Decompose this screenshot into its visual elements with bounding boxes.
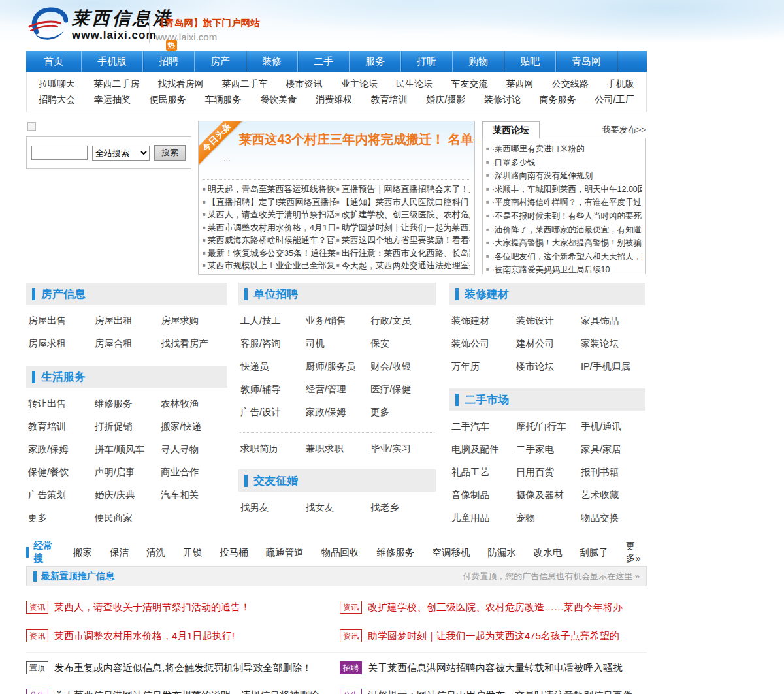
hotsearch-link-10[interactable]: 改水电 (534, 546, 563, 559)
news-item-6[interactable]: ■今天起，莱西两处交通违法处理室开 (336, 259, 470, 272)
housing-link-2[interactable]: 房屋求购 (161, 313, 227, 336)
subnav-link-1-7[interactable]: 车友交流 (451, 76, 487, 91)
secondhand-link-8[interactable]: 报刊书籍 (581, 465, 645, 488)
decor-link-0[interactable]: 装饰建材 (451, 313, 516, 336)
life-link-2[interactable]: 农林牧渔 (161, 396, 227, 419)
secondhand-link-12[interactable]: 儿童用品 (451, 511, 516, 533)
jobs-2-link-2[interactable]: 毕业/实习 (370, 441, 436, 464)
life-link-10[interactable]: 声明/启事 (95, 465, 161, 488)
jobs-link-13[interactable]: 家政/保姆 (306, 405, 371, 428)
subnav-link-1-3[interactable]: 莱西二手车 (222, 76, 268, 91)
promo-link[interactable]: 温馨提示：网站信息由用户发布，交易时请注意甄别信息真伪 (368, 689, 632, 694)
jobs-link-10[interactable]: 经营/管理 (306, 382, 371, 405)
life-link-0[interactable]: 转让出售 (28, 396, 95, 419)
forum-item-0[interactable]: ■·莱西哪里有卖进口米粉的 (486, 142, 642, 156)
subnav-link-1-1[interactable]: 莱西二手房 (93, 76, 139, 91)
forum-item-9[interactable]: ■·被南京路爱美妈妈卫生局后续10 (486, 263, 642, 274)
forum-item-2[interactable]: ■·深圳路向南有没有延伸规划 (486, 169, 642, 183)
decor-link-5[interactable]: 家装论坛 (581, 336, 645, 359)
jobs-link-2[interactable]: 行政/文员 (370, 313, 436, 336)
jobs-link-9[interactable]: 教师/辅导 (240, 382, 306, 405)
subnav-link-1-5[interactable]: 业主论坛 (341, 76, 378, 91)
dating-link-1[interactable]: 找女友 (306, 500, 371, 523)
life-link-14[interactable]: 汽车相关 (161, 488, 227, 511)
housing-link-1[interactable]: 房屋出租 (95, 313, 161, 336)
subnav-link-2-2[interactable]: 便民服务 (150, 91, 186, 107)
secondhand-link-5[interactable]: 家具/家居 (581, 442, 645, 465)
promo-link[interactable]: 助学圆梦时刻｜让我们一起为莱西这475名孩子点亮希望的 (368, 630, 619, 642)
subnav-link-2-5[interactable]: 消费维权 (316, 91, 352, 107)
life-link-7[interactable]: 拼车/顺风车 (95, 442, 161, 465)
promo-link[interactable]: 莱西市调整农村用水价格，4月1日起执行! (54, 630, 235, 642)
secondhand-link-0[interactable]: 二手汽车 (451, 419, 516, 442)
checkbox[interactable] (27, 122, 36, 131)
secondhand-link-3[interactable]: 电脑及配件 (451, 442, 516, 465)
news-item-2[interactable]: ■莱西人，请查收关于清明节祭扫活动 (203, 208, 336, 221)
news-item-5[interactable]: ■出行注意：莱西市文化西路、长岛路 (336, 247, 470, 260)
hotsearch-link-0[interactable]: 搬家 (73, 546, 92, 559)
subnav-link-2-0[interactable]: 招聘大会 (39, 91, 75, 107)
decor-link-1[interactable]: 装饰设计 (516, 313, 581, 336)
subnav-link-2-9[interactable]: 商务服务 (540, 91, 576, 107)
search-input[interactable] (31, 146, 88, 160)
hotsearch-link-5[interactable]: 疏通管道 (266, 546, 304, 559)
forum-item-5[interactable]: ■·不是不报时候未到！有些人当时凶的要死要 (486, 210, 642, 223)
promo-link[interactable]: 莱西人，请查收关于清明节祭扫活动的通告！ (54, 601, 250, 614)
secondhand-link-10[interactable]: 摄像及器材 (516, 488, 581, 511)
life-link-9[interactable]: 保健/餐饮 (28, 465, 95, 488)
jobs-2-link-1[interactable]: 兼职求职 (306, 441, 371, 464)
jobs-link-11[interactable]: 医疗/保健 (370, 382, 436, 405)
promo-link[interactable]: 改扩建学校、创三级医院、农村危房改造……莱西今年将办 (368, 601, 623, 614)
life-link-11[interactable]: 商业合作 (161, 465, 227, 488)
headline-title[interactable]: 莱西这43个村庄三年内将完成搬迁！ 名单公布! (239, 131, 468, 148)
subnav-link-1-6[interactable]: 民生论坛 (396, 76, 433, 91)
life-link-4[interactable]: 打折促销 (95, 419, 161, 442)
housing-link-4[interactable]: 房屋合租 (95, 336, 161, 359)
subnav-link-1-8[interactable]: 莱西网 (506, 76, 533, 91)
news-item-1[interactable]: ■【直播招聘】定了!莱西网络直播招 (203, 196, 336, 209)
dating-link-2[interactable]: 找老乡 (370, 500, 436, 523)
nav-item-2[interactable]: 招聘 (143, 51, 195, 72)
life-link-6[interactable]: 家政/保姆 (28, 442, 95, 465)
hotsearch-link-6[interactable]: 物品回收 (321, 546, 359, 559)
jobs-link-7[interactable]: 厨师/服务员 (306, 359, 371, 382)
forum-item-7[interactable]: ■·大家提高警惕！大家都提高警惕！别被骗 (486, 236, 642, 250)
jobs-link-1[interactable]: 业务/销售 (306, 313, 371, 336)
news-item-4[interactable]: ■莱西这四个地方省里要奖励！看看有 (336, 234, 470, 247)
nav-item-6[interactable]: 服务 (350, 51, 401, 72)
jobs-link-4[interactable]: 司机 (306, 336, 371, 359)
decor-link-2[interactable]: 家具饰品 (581, 313, 645, 336)
forum-item-8[interactable]: ■·各位吧友们，这个新希望六和天天招人，怎 (486, 250, 642, 264)
jobs-link-6[interactable]: 快递员 (240, 359, 306, 382)
secondhand-link-13[interactable]: 宠物 (516, 511, 581, 533)
life-link-12[interactable]: 广告策划 (28, 488, 95, 511)
promo-link[interactable]: 关于莱西信息港网站信息发布规范的说明，违规信息将被删除 (54, 689, 319, 694)
news-item-5[interactable]: ■最新！恢复城乡公交35条！通往莱 (203, 247, 336, 260)
publish-link[interactable]: 我要发布>> (602, 124, 646, 138)
subnav-link-2-7[interactable]: 婚庆/摄影 (427, 91, 466, 107)
forum-item-6[interactable]: ■·油价降了，莱西哪家的油最便宜，有知道哪 (486, 223, 642, 237)
life-link-15[interactable]: 更多 (28, 511, 95, 533)
jobs-2-link-0[interactable]: 求职简历 (240, 441, 306, 464)
subnav-link-1-10[interactable]: 手机版 (607, 76, 634, 91)
jobs-link-12[interactable]: 广告/设计 (240, 405, 306, 428)
forum-item-1[interactable]: ■·口罩多少钱 (486, 156, 642, 170)
hotsearch-link-2[interactable]: 清洗 (146, 546, 165, 559)
forum-item-4[interactable]: ■·平度南村海信咋样啊？，有谁在平度干过 (486, 196, 642, 210)
secondhand-link-6[interactable]: 礼品工艺 (451, 465, 516, 488)
secondhand-link-7[interactable]: 日用百货 (516, 465, 581, 488)
site-logo[interactable]: 莱西信息港 www.laixi.com (27, 7, 173, 42)
dating-link-0[interactable]: 找男友 (240, 500, 306, 523)
nav-item-8[interactable]: 购物 (453, 51, 504, 72)
life-link-3[interactable]: 教育培训 (28, 419, 95, 442)
jobs-link-5[interactable]: 保安 (370, 336, 436, 359)
life-link-1[interactable]: 维修服务 (95, 396, 161, 419)
hotsearch-link-9[interactable]: 防漏水 (488, 546, 517, 559)
subnav-link-1-0[interactable]: 拉呱聊天 (39, 76, 75, 91)
subnav-link-1-4[interactable]: 楼市资讯 (286, 76, 323, 91)
subnav-link-2-1[interactable]: 幸运抽奖 (94, 91, 131, 107)
hotsearch-link-8[interactable]: 空调移机 (433, 546, 470, 559)
promo-link[interactable]: 关于莱西信息港网站招聘内容被大量转载和电话被呼入骚扰 (368, 662, 623, 674)
nav-item-5[interactable]: 二手 (298, 51, 350, 72)
secondhand-link-4[interactable]: 二手家电 (516, 442, 581, 465)
